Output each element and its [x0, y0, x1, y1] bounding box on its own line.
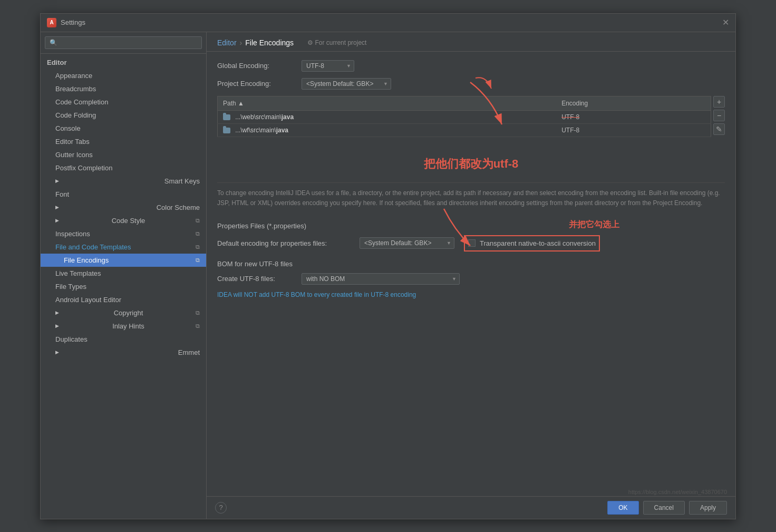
project-encoding-select[interactable]: <System Default: GBK>	[302, 78, 391, 90]
sidebar-item-android-layout-editor[interactable]: Android Layout Editor	[41, 293, 206, 306]
search-input[interactable]	[45, 36, 202, 49]
inspections-copy-icon: ⧉	[196, 230, 200, 237]
color-scheme-label: Color Scheme	[157, 204, 200, 211]
inspections-label: Inspections	[55, 230, 90, 238]
info-text: To change encoding IntelliJ IDEA uses fo…	[217, 182, 725, 214]
bom-note-link[interactable]: UTF-8 BOM	[271, 291, 305, 298]
col-path-header[interactable]: Path ▲	[218, 96, 557, 110]
sidebar-item-console[interactable]: Console	[41, 122, 206, 135]
main-panel: Editor › File Encodings ⚙ For current pr…	[207, 32, 735, 519]
copyright-icon: ▶	[55, 310, 59, 315]
folder-icon-2	[223, 128, 230, 133]
panel-header: Editor › File Encodings ⚙ For current pr…	[207, 32, 735, 52]
col-encoding-header: Encoding	[556, 96, 711, 110]
sidebar-item-inspections[interactable]: Inspections ⧉	[41, 227, 206, 240]
search-box	[41, 32, 206, 54]
cancel-button[interactable]: Cancel	[643, 501, 685, 515]
sidebar-item-gutter-icons[interactable]: Gutter Icons	[41, 148, 206, 161]
smart-keys-label: Smart Keys	[164, 177, 200, 185]
sidebar-item-live-templates[interactable]: Live Templates	[41, 267, 206, 280]
title-bar: A Settings ✕	[41, 14, 735, 32]
help-button[interactable]: ?	[215, 502, 227, 514]
appearance-label: Appearance	[55, 72, 92, 80]
table-row[interactable]: ...\wf\src\main\java UTF-8	[218, 123, 711, 137]
code-completion-label: Code Completion	[55, 98, 108, 106]
sidebar-item-emmet[interactable]: ▶ Emmet	[41, 346, 206, 359]
annotation-text: 把他们都改为utf-8	[217, 156, 725, 172]
sidebar-item-inlay-hints[interactable]: ▶ Inlay Hints ⧉	[41, 320, 206, 333]
postfix-completion-label: Postfix Completion	[55, 164, 112, 172]
edit-row-button[interactable]: ✎	[713, 123, 725, 135]
sidebar-item-copyright[interactable]: ▶ Copyright ⧉	[41, 306, 206, 320]
sidebar-item-color-scheme[interactable]: ▶ Color Scheme	[41, 201, 206, 214]
default-encoding-label: Default encoding for properties files:	[217, 239, 354, 247]
remove-row-button[interactable]: −	[713, 110, 725, 121]
breadcrumb-parent[interactable]: Editor	[217, 38, 237, 47]
table-area: Path ▲ Encoding ...\web\src\main\java	[217, 96, 725, 146]
copyright-copy-icon: ⧉	[196, 309, 200, 316]
smart-keys-icon: ▶	[55, 178, 59, 183]
default-encoding-wrapper: <System Default: GBK>	[360, 237, 454, 249]
code-style-icon: ▶	[55, 218, 59, 223]
sidebar-item-editor[interactable]: Editor	[41, 56, 206, 69]
global-encoding-wrapper: UTF-8	[302, 60, 354, 72]
sidebar-item-postfix-completion[interactable]: Postfix Completion	[41, 161, 206, 175]
settings-dialog: A Settings ✕ Editor Appearance Breadcrum…	[40, 13, 736, 519]
code-style-copy-icon: ⧉	[196, 217, 200, 224]
action-buttons: OK Cancel Apply	[607, 501, 727, 515]
close-button[interactable]: ✕	[722, 18, 729, 27]
encoding-value-1: UTF-8	[561, 113, 579, 121]
dialog-title: Settings	[61, 18, 85, 26]
create-utf8-select[interactable]: with NO BOM	[302, 273, 460, 285]
breadcrumb-current: File Encodings	[245, 38, 294, 47]
bom-section: BOM for new UTF-8 files Create UTF-8 fil…	[217, 260, 725, 298]
title-bar-left: A Settings	[47, 18, 85, 27]
emmet-label: Emmet	[178, 349, 200, 356]
inlay-hints-copy-icon: ⧉	[196, 323, 200, 330]
folder-icon	[223, 114, 230, 120]
file-code-templates-label: File and Code Templates	[55, 243, 131, 251]
global-encoding-select[interactable]: UTF-8	[302, 60, 354, 72]
transparent-checkbox[interactable]	[468, 239, 476, 247]
sidebar-item-smart-keys[interactable]: ▶ Smart Keys	[41, 175, 206, 188]
encoding-value-2: UTF-8	[561, 127, 579, 134]
file-encodings-label: File Encodings	[64, 256, 109, 264]
color-scheme-icon: ▶	[55, 205, 59, 210]
breadcrumb-separator: ›	[240, 38, 242, 47]
project-encoding-container: Project Encoding: <System Default: GBK>	[217, 78, 725, 90]
panel-content: Global Encoding: UTF-8 Project Encoding:…	[207, 52, 735, 488]
sidebar-item-editor-tabs[interactable]: Editor Tabs	[41, 135, 206, 148]
create-utf8-label: Create UTF-8 files:	[217, 275, 296, 283]
create-utf8-wrapper: with NO BOM	[302, 273, 460, 285]
sidebar-item-code-style[interactable]: ▶ Code Style ⧉	[41, 214, 206, 227]
transparent-checkbox-container: Transparent native-to-ascii conversion	[464, 235, 600, 252]
project-encoding-row: Project Encoding: <System Default: GBK>	[217, 78, 725, 90]
sidebar-item-appearance[interactable]: Appearance	[41, 69, 206, 82]
app-icon: A	[47, 18, 56, 27]
file-types-label: File Types	[55, 283, 86, 291]
bottom-bar: ? OK Cancel Apply	[207, 496, 735, 519]
sidebar-item-font[interactable]: Font	[41, 188, 206, 201]
project-encoding-wrapper: <System Default: GBK>	[302, 78, 391, 90]
android-layout-editor-label: Android Layout Editor	[55, 296, 121, 304]
sidebar-item-breadcrumbs[interactable]: Breadcrumbs	[41, 82, 206, 95]
bottom-area: https://blog.csdn.net/weixin_43870670 ? …	[207, 488, 735, 519]
file-code-templates-copy-icon: ⧉	[196, 244, 200, 250]
bom-section-title: BOM for new UTF-8 files	[217, 260, 725, 268]
sidebar-item-code-completion[interactable]: Code Completion	[41, 95, 206, 109]
ok-button[interactable]: OK	[607, 501, 638, 515]
default-encoding-row: Default encoding for properties files: <…	[217, 235, 725, 252]
website-url: https://blog.csdn.net/weixin_43870670	[207, 488, 735, 496]
apply-button[interactable]: Apply	[689, 501, 727, 515]
sidebar-item-file-encodings[interactable]: File Encodings ⧉	[41, 254, 206, 267]
default-encoding-select[interactable]: <System Default: GBK>	[360, 237, 454, 249]
for-current-project: ⚙ For current project	[307, 39, 366, 46]
sidebar: Editor Appearance Breadcrumbs Code Compl…	[41, 32, 207, 519]
sidebar-item-code-folding[interactable]: Code Folding	[41, 109, 206, 122]
add-row-button[interactable]: +	[713, 96, 725, 108]
sidebar-item-file-code-templates[interactable]: File and Code Templates ⧉	[41, 240, 206, 254]
gutter-icons-label: Gutter Icons	[55, 151, 93, 159]
table-row[interactable]: ...\web\src\main\java UTF-8	[218, 110, 711, 123]
sidebar-item-duplicates[interactable]: Duplicates	[41, 333, 206, 346]
sidebar-item-file-types[interactable]: File Types	[41, 280, 206, 293]
